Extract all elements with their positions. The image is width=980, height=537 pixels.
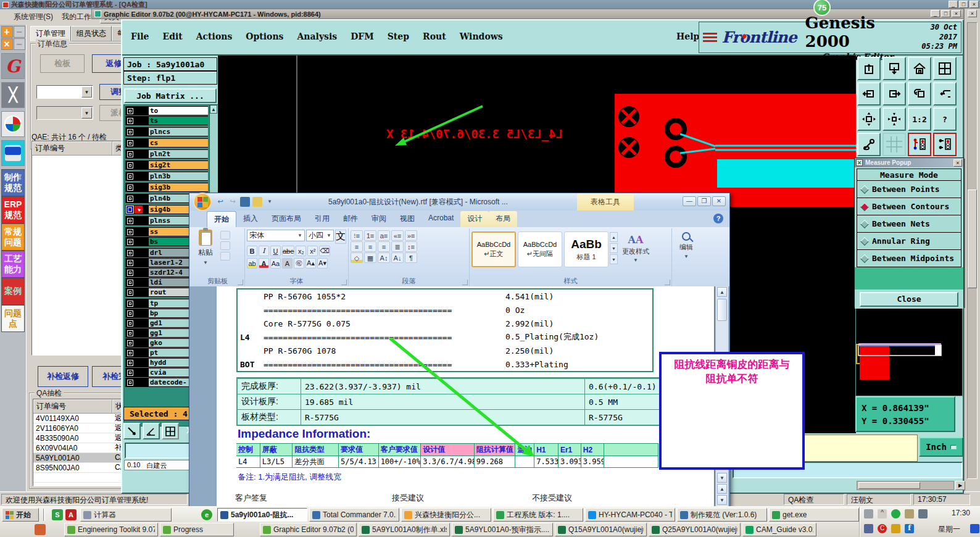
editing-dropdown-icon[interactable]: ▼: [684, 254, 689, 259]
show-desktop-icon[interactable]: [970, 524, 979, 533]
layer-row[interactable]: to: [125, 106, 208, 115]
copy-icon[interactable]: [220, 241, 230, 250]
font-name-select[interactable]: 宋体▼: [247, 230, 305, 241]
layer-name[interactable]: to: [149, 107, 208, 115]
ge-menu-item[interactable]: Actions: [196, 31, 233, 41]
word-titlebar[interactable]: ↩ ↪ ▼ 5a9yl001a0-阻抗设计(New).rtf [兼容模式] - …: [189, 193, 729, 210]
layer-row[interactable]: sig3b: [125, 183, 208, 192]
angle-measure-icon[interactable]: [143, 423, 160, 439]
redo-icon[interactable]: ↪: [228, 197, 238, 207]
layer-name[interactable]: sig3b: [149, 183, 208, 191]
font-size-select[interactable]: 小四▼: [306, 230, 334, 241]
word-close-icon[interactable]: ✕: [712, 196, 726, 206]
word-next-page-icon[interactable]: ▼: [717, 495, 727, 505]
plus-icon[interactable]: +: [1, 26, 13, 38]
ribbon-tab[interactable]: 设计: [460, 211, 489, 227]
font-color-button[interactable]: A: [259, 258, 269, 268]
col-order-no2[interactable]: 订单编号: [33, 399, 112, 413]
layer-row[interactable]: ts: [125, 116, 208, 125]
styles-up-icon[interactable]: ▲: [610, 232, 618, 242]
layer-row[interactable]: pln3b: [125, 172, 208, 181]
task-button[interactable]: 工程系统 版本: 1....: [493, 508, 583, 522]
minus2-icon[interactable]: −: [14, 38, 25, 50]
editing-label[interactable]: 编辑: [679, 243, 693, 252]
layer-name[interactable]: plncs: [149, 128, 208, 136]
shading-button[interactable]: ◇: [351, 252, 363, 263]
increase-indent-button[interactable]: »≡: [405, 230, 417, 241]
line-spacing-button[interactable]: ↕≡: [405, 241, 417, 252]
ge-horizontal-scrollbar[interactable]: [857, 481, 954, 490]
order-combo-2[interactable]: ▼: [36, 106, 93, 120]
quicklaunch-sync-icon[interactable]: S: [52, 509, 63, 520]
grow-font-button[interactable]: A▴: [305, 258, 316, 268]
subscript-button[interactable]: x₂: [296, 246, 306, 256]
cut-icon[interactable]: [220, 231, 230, 239]
strikethrough-button[interactable]: abe: [282, 246, 294, 256]
layer-visibility-checkbox[interactable]: [127, 340, 133, 346]
quicklaunch-pdf-icon[interactable]: A: [65, 509, 77, 520]
measure-mode-option[interactable]: Annular Ring: [857, 232, 961, 250]
menu-system[interactable]: 系统管理(S): [14, 12, 53, 22]
ribbon-tab[interactable]: 邮件: [336, 211, 365, 227]
clear-format-icon[interactable]: ⌫: [319, 246, 330, 256]
task-button[interactable]: get.exe: [769, 508, 859, 522]
scroll-up-icon[interactable]: ▲: [210, 105, 217, 114]
measure-mode-option[interactable]: Between Nets: [857, 215, 961, 233]
grid-toggle-icon[interactable]: [162, 423, 179, 439]
word-prev-page-icon[interactable]: ▲: [717, 484, 727, 494]
layer-visibility-checkbox[interactable]: [127, 301, 133, 307]
os-maximize-icon[interactable]: □: [959, 1, 968, 8]
xy-window-icon[interactable]: [933, 57, 957, 80]
center-view-icon[interactable]: [882, 107, 906, 131]
layer-visibility-checkbox[interactable]: [127, 250, 133, 256]
styles-down-icon[interactable]: ▼: [610, 243, 618, 253]
multiply-icon[interactable]: ×: [1, 38, 13, 50]
pan-left-icon[interactable]: [857, 82, 881, 106]
screen-down-icon[interactable]: [882, 57, 906, 80]
task-button[interactable]: HY-HYCAM-PC040 - T...: [585, 508, 675, 522]
char-shading-button[interactable]: A: [282, 258, 293, 268]
ribbon-tab[interactable]: 布局: [489, 211, 517, 227]
ribbon-tab[interactable]: 页面布局: [265, 211, 308, 227]
measure-mode-option[interactable]: Between Midpoints: [857, 249, 961, 267]
office-button[interactable]: [193, 193, 212, 211]
task-button[interactable]: Progress: [160, 523, 234, 536]
layer-visibility-checkbox[interactable]: [127, 218, 133, 224]
browser-e-icon[interactable]: e: [201, 509, 212, 520]
shrink-font-button[interactable]: A▾: [317, 258, 328, 268]
clipboard-dialog-launcher[interactable]: [238, 280, 243, 285]
zoom-margins-icon[interactable]: [857, 107, 881, 131]
ge-minimize-icon[interactable]: _: [931, 10, 940, 17]
ribbon-tab[interactable]: Acrobat: [421, 211, 460, 227]
measure-close-button[interactable]: Close: [860, 292, 958, 307]
word-help-icon[interactable]: ?: [713, 214, 723, 223]
style-card[interactable]: AaBb 标题 1: [564, 231, 608, 267]
show-marks-button[interactable]: ¶: [405, 252, 417, 263]
numbering-button[interactable]: 1≡: [364, 230, 376, 241]
ge-close-icon[interactable]: ×: [952, 10, 961, 17]
ge-menu-item[interactable]: DFM: [351, 31, 374, 41]
measure-titlebar[interactable]: ✕ Measure Popup ×: [855, 158, 963, 167]
recheck-rework-button[interactable]: 补检返修: [38, 366, 88, 387]
security-c-icon[interactable]: C: [878, 524, 887, 533]
task-button[interactable]: Total Commander 7.0...: [309, 508, 399, 522]
task-button[interactable]: Q15A9YL001A0(wujieju...: [555, 523, 647, 536]
measure-mode-option[interactable]: Between Points: [857, 180, 961, 198]
layer-visibility-checkbox[interactable]: [127, 239, 133, 245]
layer-visibility-checkbox[interactable]: [127, 380, 133, 386]
help-icon[interactable]: ?: [933, 107, 957, 131]
enclose-char-button[interactable]: ㊗: [294, 258, 304, 268]
align-left-button[interactable]: ≡: [351, 241, 363, 252]
font-dialog-launcher[interactable]: [341, 280, 347, 285]
document-page[interactable]: PP R-5670G 1055*2 4.541(mil) ===========…: [217, 286, 714, 507]
scale-1-2-button[interactable]: 1:2: [908, 107, 931, 131]
styles-dialog-launcher[interactable]: [665, 280, 670, 285]
open-icon[interactable]: [252, 197, 262, 207]
collapse-icon[interactable]: ^: [878, 509, 887, 518]
layer-visibility-checkbox[interactable]: [127, 260, 133, 266]
mini-overview[interactable]: [855, 308, 963, 396]
task-button[interactable]: Q25A9YL001A0(wujieju...: [649, 523, 741, 536]
ge-maximize-icon[interactable]: □: [941, 10, 950, 17]
ge-menu-item[interactable]: Rout: [423, 31, 446, 41]
task-button[interactable]: 兴森快捷衡阳分公...: [401, 508, 491, 522]
